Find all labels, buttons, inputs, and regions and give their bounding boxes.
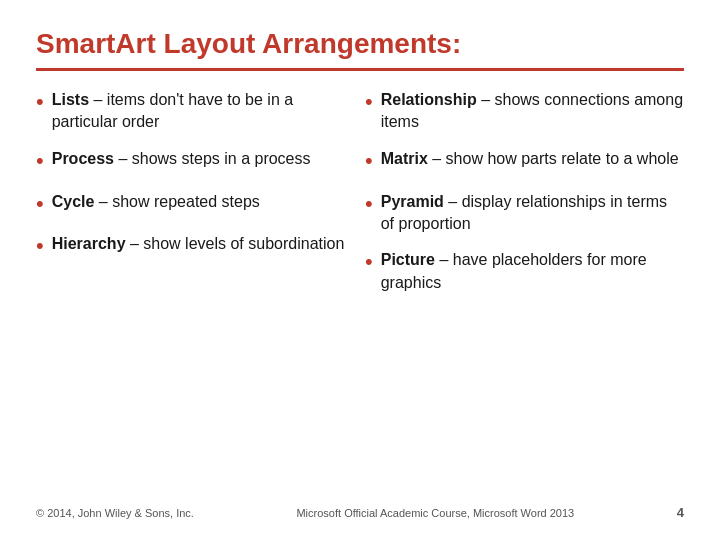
content-area: • Lists – items don't have to be in a pa… (36, 89, 684, 491)
right-column: • Relationship – shows connections among… (365, 89, 684, 491)
title-area: SmartArt Layout Arrangements: (36, 28, 684, 71)
process-item: • Process – shows steps in a process (36, 148, 355, 177)
slide-title: SmartArt Layout Arrangements: (36, 28, 684, 60)
process-item-text: Process – shows steps in a process (52, 148, 311, 170)
bullet-dot-4: • (36, 231, 44, 262)
footer-course: Microsoft Official Academic Course, Micr… (194, 507, 677, 519)
bullet-dot-8: • (365, 247, 373, 278)
right-bullet-list: • Relationship – shows connections among… (365, 89, 684, 308)
matrix-item-text: Matrix – show how parts relate to a whol… (381, 148, 679, 170)
picture-item-text: Picture – have placeholders for more gra… (381, 249, 684, 294)
footer: © 2014, John Wiley & Sons, Inc. Microsof… (36, 501, 684, 520)
bullet-dot-1: • (36, 87, 44, 118)
left-bullet-list: • Lists – items don't have to be in a pa… (36, 89, 355, 276)
pyramid-item-text: Pyramid – display relationships in terms… (381, 191, 684, 236)
cycle-item: • Cycle – show repeated steps (36, 191, 355, 220)
matrix-item: • Matrix – show how parts relate to a wh… (365, 148, 684, 177)
list-item: • Lists – items don't have to be in a pa… (36, 89, 355, 134)
relationship-item: • Relationship – shows connections among… (365, 89, 684, 134)
bullet-dot-3: • (36, 189, 44, 220)
footer-page-number: 4 (677, 505, 684, 520)
hierarchy-item-text: Hierarchy – show levels of subordination (52, 233, 345, 255)
pyramid-item: • Pyramid – display relationships in ter… (365, 191, 684, 236)
hierarchy-item: • Hierarchy – show levels of subordinati… (36, 233, 355, 262)
relationship-item-text: Relationship – shows connections among i… (381, 89, 684, 134)
picture-item: • Picture – have placeholders for more g… (365, 249, 684, 294)
footer-copyright: © 2014, John Wiley & Sons, Inc. (36, 507, 194, 519)
left-column: • Lists – items don't have to be in a pa… (36, 89, 355, 491)
bullet-dot-7: • (365, 189, 373, 220)
cycle-item-text: Cycle – show repeated steps (52, 191, 260, 213)
list-item-text: Lists – items don't have to be in a part… (52, 89, 355, 134)
bullet-dot-5: • (365, 87, 373, 118)
bullet-dot-2: • (36, 146, 44, 177)
bullet-dot-6: • (365, 146, 373, 177)
slide: SmartArt Layout Arrangements: • Lists – … (0, 0, 720, 540)
